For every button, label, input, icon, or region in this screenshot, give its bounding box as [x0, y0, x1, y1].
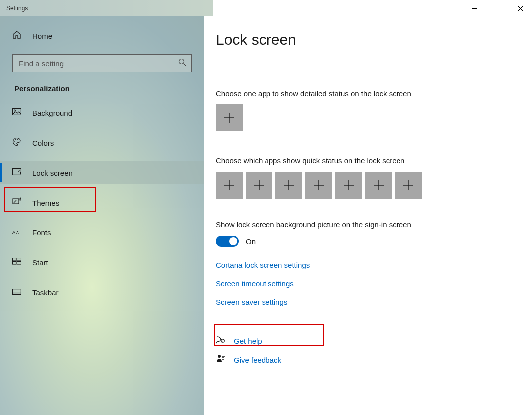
fonts-icon: AA — [12, 228, 21, 237]
screen-timeout-link[interactable]: Screen timeout settings — [216, 279, 516, 288]
add-quick-app-button[interactable] — [335, 172, 362, 199]
search-icon — [178, 58, 186, 68]
home-icon — [12, 30, 21, 41]
svg-point-9 — [15, 139, 16, 140]
sidebar-item-taskbar[interactable]: Taskbar — [0, 281, 204, 304]
svg-point-4 — [179, 59, 184, 64]
plus-icon — [254, 180, 265, 191]
palette-icon — [12, 137, 21, 148]
svg-rect-16 — [13, 258, 16, 261]
close-button[interactable] — [509, 0, 532, 16]
detailed-status-label: Choose one app to show detailed status o… — [216, 89, 516, 98]
help-icon: ? — [216, 335, 226, 347]
sidebar-item-label: Start — [32, 258, 48, 267]
svg-rect-17 — [17, 258, 21, 261]
svg-text:A: A — [12, 230, 15, 235]
plus-icon — [224, 180, 235, 191]
category-heading: Personalization — [0, 84, 204, 102]
add-quick-app-button[interactable] — [395, 172, 422, 199]
signin-bg-label: Show lock screen background picture on t… — [216, 220, 516, 229]
toggle-state-label: On — [246, 237, 256, 246]
sidebar-item-themes[interactable]: Themes — [0, 191, 204, 214]
sidebar-item-label: Background — [32, 109, 72, 117]
sidebar-item-fonts[interactable]: AA Fonts — [0, 221, 204, 244]
plus-icon — [403, 180, 414, 191]
plus-icon — [343, 180, 354, 191]
plus-icon — [224, 112, 235, 123]
svg-point-8 — [14, 141, 15, 142]
svg-rect-12 — [18, 172, 21, 174]
minimize-button[interactable] — [463, 0, 486, 16]
titlebar: Settings — [0, 0, 532, 16]
plus-icon — [283, 180, 294, 191]
sidebar-item-background[interactable]: Background — [0, 102, 204, 124]
sidebar-item-lock-screen[interactable]: Lock screen — [0, 161, 204, 184]
sidebar-item-colors[interactable]: Colors — [0, 131, 204, 154]
add-quick-app-button[interactable] — [365, 172, 392, 199]
home-label: Home — [32, 32, 52, 40]
sidebar-item-label: Colors — [32, 139, 54, 147]
quick-status-label: Choose which apps show quick status on t… — [216, 156, 516, 165]
taskbar-icon — [12, 288, 21, 297]
page-title: Lock screen — [216, 31, 516, 48]
sidebar: Home Personalization Background Colors L… — [0, 16, 204, 415]
add-detailed-app-button[interactable] — [216, 104, 243, 131]
signin-bg-toggle[interactable] — [216, 236, 239, 247]
sidebar-item-label: Lock screen — [32, 169, 73, 177]
svg-text:?: ? — [222, 339, 223, 342]
lock-screen-icon — [12, 168, 21, 177]
sidebar-item-label: Fonts — [32, 228, 51, 237]
cortana-settings-link[interactable]: Cortana lock screen settings — [216, 261, 516, 269]
svg-point-7 — [14, 110, 16, 111]
svg-rect-19 — [17, 262, 21, 265]
picture-icon — [12, 108, 21, 117]
svg-text:A: A — [16, 230, 19, 235]
maximize-button[interactable] — [486, 0, 509, 16]
svg-rect-13 — [13, 199, 19, 204]
svg-rect-18 — [13, 262, 16, 265]
search-input-container[interactable] — [12, 54, 192, 72]
plus-icon — [373, 180, 384, 191]
add-quick-app-button[interactable] — [275, 172, 302, 199]
get-help-link[interactable]: Get help — [234, 337, 262, 345]
window-title: Settings — [0, 5, 28, 12]
add-quick-app-button[interactable] — [305, 172, 332, 199]
svg-line-5 — [184, 64, 186, 66]
sidebar-item-start[interactable]: Start — [0, 251, 204, 274]
svg-point-10 — [17, 139, 18, 140]
sidebar-item-label: Themes — [32, 199, 59, 207]
screen-saver-link[interactable]: Screen saver settings — [216, 298, 516, 306]
start-icon — [12, 258, 21, 267]
home-nav[interactable]: Home — [0, 26, 204, 45]
feedback-icon — [216, 354, 226, 366]
main-content: Lock screen Choose one app to show detai… — [204, 16, 532, 415]
add-quick-app-button[interactable] — [246, 172, 272, 199]
plus-icon — [313, 180, 324, 191]
svg-rect-6 — [13, 109, 21, 115]
themes-icon — [12, 197, 21, 208]
add-quick-app-button[interactable] — [216, 172, 243, 199]
give-feedback-link[interactable]: Give feedback — [234, 356, 281, 364]
search-input[interactable] — [19, 59, 178, 68]
svg-rect-1 — [495, 6, 500, 11]
quick-status-row — [216, 172, 516, 199]
svg-rect-20 — [13, 289, 21, 295]
sidebar-item-label: Taskbar — [32, 288, 59, 297]
svg-point-40 — [218, 355, 221, 358]
